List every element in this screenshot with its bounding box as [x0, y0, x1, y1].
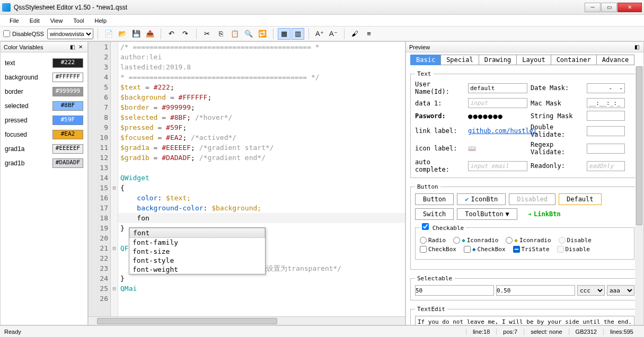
color-variables-title: Color Variables	[4, 44, 43, 50]
dock-icon[interactable]: ◧	[68, 43, 76, 51]
username-input[interactable]	[468, 83, 527, 93]
code-text[interactable]: /* =====================================…	[118, 42, 405, 316]
autocomplete-item[interactable]: font-size	[129, 247, 265, 256]
colorvar-value[interactable]: #59F	[52, 116, 83, 125]
font-dec-icon[interactable]: A⁻	[327, 28, 340, 40]
menu-view[interactable]: View	[45, 16, 68, 25]
toolbutton[interactable]: ToolButton ▼	[457, 208, 517, 220]
minimize-button[interactable]: ─	[585, 3, 601, 12]
export-icon[interactable]: 📤	[144, 28, 156, 40]
checkbox-1[interactable]	[420, 246, 427, 253]
default-button[interactable]: Default	[559, 193, 602, 205]
redo-icon[interactable]: ↷	[179, 28, 192, 40]
stringmask-input[interactable]	[587, 111, 625, 121]
maximize-button[interactable]: ▭	[601, 3, 617, 12]
font-inc-icon[interactable]: A⁺	[313, 28, 326, 40]
autocomplete-item[interactable]: font	[129, 228, 265, 238]
autocomplete-item[interactable]: font-style	[129, 256, 265, 265]
v-scrollbar[interactable]	[635, 66, 643, 325]
code-editor: 1234567891011121314151617181920212223242…	[88, 41, 405, 325]
autocomplete-item[interactable]: font-weight	[129, 265, 265, 274]
check-icon: ✔	[465, 196, 469, 203]
close-panel-icon[interactable]: ✕	[77, 43, 84, 51]
autocomplete-input[interactable]	[468, 161, 527, 171]
link-label[interactable]: github.com/hustlei	[468, 127, 527, 135]
double-validate-input[interactable]	[587, 126, 625, 136]
checkbox-disable	[557, 246, 564, 253]
theme-select[interactable]: windowsvista	[47, 29, 93, 39]
readonly-input	[587, 161, 625, 171]
tab-layout[interactable]: Layout	[516, 55, 551, 65]
copy-icon[interactable]: ⎘	[215, 28, 227, 40]
datemask-input[interactable]	[587, 83, 625, 93]
checkbox-tri[interactable]	[513, 246, 520, 253]
spinbox[interactable]	[415, 285, 494, 296]
checkbox-2[interactable]	[464, 246, 471, 253]
radio-2[interactable]	[453, 237, 460, 244]
color-variables-panel: Color Variables◧✕ text#222background#FFF…	[0, 41, 88, 325]
find-icon[interactable]: 🔍	[242, 28, 255, 40]
dock-icon[interactable]: ◧	[633, 43, 640, 51]
new-icon[interactable]: 📄	[102, 28, 115, 40]
menubar: File Edit View Tool Help	[0, 15, 644, 26]
save-icon[interactable]: 💾	[130, 28, 143, 40]
colorvar-value[interactable]: #222	[52, 58, 83, 68]
data1-input[interactable]	[468, 98, 527, 108]
fold-column[interactable]: ⊟⊟⊟	[111, 42, 118, 316]
doublespinbox[interactable]	[496, 285, 575, 296]
colorvar-label: text	[5, 59, 52, 67]
brush-icon[interactable]: 🖌	[349, 28, 361, 40]
autocomplete-item[interactable]: font-family	[129, 238, 265, 247]
view2-icon[interactable]: ▥	[292, 28, 304, 40]
autocomplete-popup[interactable]: fontfont-familyfont-sizefont-stylefont-w…	[129, 227, 266, 274]
colorvar-value[interactable]: #EA2	[52, 130, 83, 139]
h-scrollbar[interactable]	[89, 316, 405, 325]
colorvar-label: focused	[5, 131, 52, 138]
colorvar-value[interactable]: #EEEEEF	[52, 144, 83, 154]
menu-file[interactable]: File	[4, 16, 24, 25]
open-icon[interactable]: 📂	[116, 28, 129, 40]
disabled-button: Disabled	[509, 193, 555, 205]
preview-title: Preview	[409, 44, 430, 50]
tab-advance[interactable]: Advance	[596, 55, 635, 65]
macmask-input[interactable]	[587, 98, 625, 108]
menu-help[interactable]: Help	[90, 16, 112, 25]
linkbtn[interactable]: ➔ LinkBtn	[521, 208, 568, 220]
diamond-icon: ◆	[514, 237, 518, 244]
disable-qss-checkbox[interactable]	[3, 30, 10, 37]
checkable-group-checkbox[interactable]	[422, 223, 429, 230]
paste-icon[interactable]: 📋	[228, 28, 241, 40]
replace-icon[interactable]: 🔁	[256, 28, 269, 40]
tab-special[interactable]: Special	[440, 55, 479, 65]
radio-3[interactable]	[506, 237, 513, 244]
button[interactable]: Button	[415, 193, 454, 205]
regexp-validate-input[interactable]	[587, 144, 625, 154]
colorvar-value[interactable]: #999999	[52, 87, 83, 96]
colorvar-value[interactable]: #DADADF	[52, 158, 83, 168]
colorvar-label: border	[5, 88, 52, 95]
undo-icon[interactable]: ↶	[165, 28, 178, 40]
radio-1[interactable]	[420, 237, 427, 244]
line-gutter: 1234567891011121314151617181920212223242…	[89, 42, 111, 316]
tab-drawing[interactable]: Drawing	[479, 55, 517, 65]
colorvar-value[interactable]: #8BF	[52, 101, 83, 111]
tab-basic[interactable]: Basic	[410, 55, 441, 65]
menu-edit[interactable]: Edit	[24, 16, 45, 25]
align-icon[interactable]: ≡	[363, 28, 375, 40]
colorvar-value[interactable]: #FFFFFF	[52, 73, 83, 82]
iconbtn[interactable]: ✔IconBtn	[457, 193, 506, 205]
view1-icon[interactable]: ▦	[278, 28, 290, 40]
cut-icon[interactable]: ✂	[201, 28, 214, 40]
close-button[interactable]: ✕	[617, 3, 642, 12]
diamond-icon: ◆	[462, 237, 465, 244]
password-input[interactable]: ●●●●●●●	[468, 112, 527, 120]
combo1[interactable]: ccc	[577, 285, 605, 296]
colorvar-label: grad1a	[5, 145, 52, 153]
preview-panel: Preview◧ BasicSpecialDrawingLayoutContai…	[405, 41, 644, 325]
switch-button[interactable]: Switch	[415, 208, 454, 220]
textedit[interactable]: If you do not leave me, I will be by you…	[415, 316, 634, 325]
tab-container[interactable]: Container	[551, 55, 597, 65]
combo2[interactable]: aaa	[607, 285, 634, 296]
menu-tool[interactable]: Tool	[68, 16, 89, 25]
toolbar: DisableQSS windowsvista 📄 📂 💾 📤 ↶ ↷ ✂ ⎘ …	[0, 26, 644, 41]
